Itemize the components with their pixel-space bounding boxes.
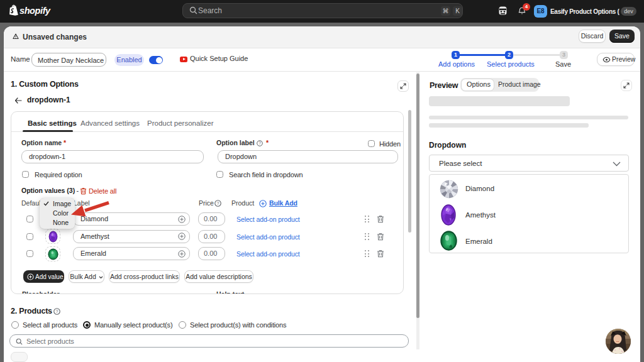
svg-text:?: ? bbox=[56, 309, 58, 314]
svg-text:?: ? bbox=[217, 201, 219, 206]
svg-text:?: ? bbox=[258, 141, 261, 145]
